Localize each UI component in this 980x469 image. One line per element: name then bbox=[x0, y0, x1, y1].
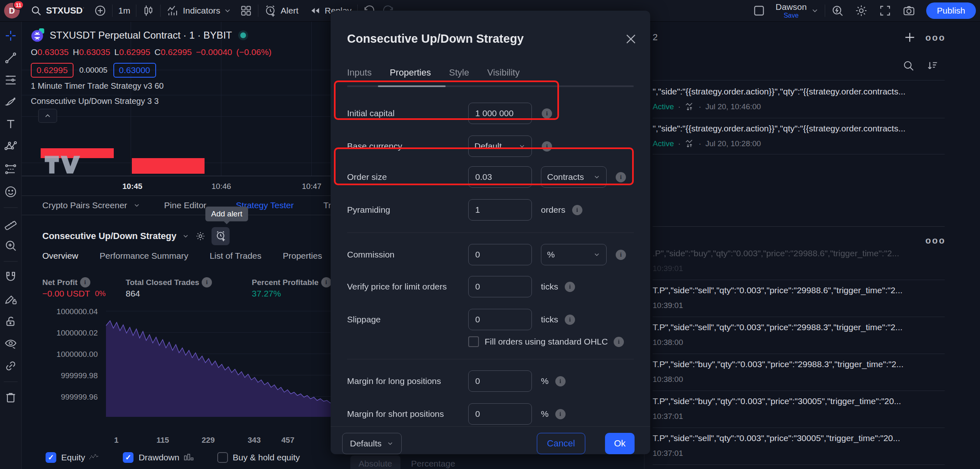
zoom-in-icon[interactable] bbox=[4, 239, 17, 252]
strategy-settings-gear-icon[interactable] bbox=[195, 231, 206, 241]
commission-input[interactable] bbox=[468, 244, 532, 265]
cancel-button[interactable]: Cancel bbox=[537, 433, 585, 454]
indicators-button[interactable]: Indicators bbox=[166, 5, 232, 17]
log-more-icon[interactable]: ooo bbox=[925, 235, 945, 246]
alert-status: Active bbox=[653, 102, 674, 111]
info-icon[interactable]: i bbox=[616, 250, 626, 260]
order-size-unit-select[interactable]: Contracts bbox=[541, 166, 607, 188]
candle-bar[interactable] bbox=[132, 158, 205, 174]
mode-percentage-button[interactable]: Percentage bbox=[411, 459, 455, 469]
indicator-templates-icon[interactable] bbox=[240, 5, 252, 17]
alerts-panel: 2 ooo ","side":"{{strategy.order.action}… bbox=[644, 22, 948, 469]
info-icon[interactable]: i bbox=[572, 205, 582, 215]
slippage-input[interactable] bbox=[468, 309, 532, 330]
hide-drawings-icon[interactable] bbox=[4, 337, 17, 350]
tester-tab-trades[interactable]: List of Trades bbox=[209, 251, 261, 261]
equity-drawdown-area-chart[interactable] bbox=[106, 302, 336, 417]
quick-search-icon[interactable] bbox=[831, 4, 844, 17]
add-symbol-icon[interactable] bbox=[94, 5, 106, 17]
publish-button[interactable]: Publish bbox=[926, 2, 976, 19]
chart-style-icon[interactable] bbox=[142, 5, 154, 17]
interval-button[interactable]: 1m bbox=[118, 6, 130, 16]
chevron-down-icon[interactable] bbox=[182, 232, 189, 240]
tester-tab-performance[interactable]: Performance Summary bbox=[100, 251, 189, 261]
settings-gear-icon[interactable] bbox=[855, 4, 868, 17]
tester-tab-overview[interactable]: Overview bbox=[42, 251, 78, 261]
info-icon[interactable]: i bbox=[80, 277, 90, 287]
lock-icon[interactable] bbox=[4, 315, 17, 328]
alerts-sort-icon[interactable] bbox=[926, 60, 939, 72]
dialog-tab-properties[interactable]: Properties bbox=[390, 67, 431, 78]
initial-capital-input[interactable] bbox=[468, 103, 532, 124]
layout-icon[interactable] bbox=[752, 4, 766, 17]
drawing-lock-icon[interactable] bbox=[4, 293, 17, 306]
prediction-tool-icon[interactable] bbox=[4, 162, 18, 176]
drawdown-checkbox[interactable] bbox=[123, 452, 133, 463]
ruler-icon[interactable] bbox=[4, 217, 17, 230]
pyramiding-input[interactable] bbox=[468, 199, 532, 221]
user-avatar[interactable]: D 11 bbox=[4, 3, 20, 18]
tester-tab-properties[interactable]: Properties bbox=[283, 251, 322, 261]
trend-line-icon[interactable] bbox=[4, 51, 17, 64]
buy-hold-checkbox[interactable] bbox=[217, 452, 228, 463]
dialog-tab-style[interactable]: Style bbox=[449, 67, 469, 78]
info-icon[interactable]: i bbox=[202, 277, 212, 287]
mode-absolute-button[interactable]: Absolute bbox=[350, 455, 400, 469]
info-icon[interactable]: i bbox=[542, 141, 552, 152]
add-alert-button[interactable] bbox=[212, 227, 230, 245]
info-icon[interactable]: i bbox=[616, 172, 626, 182]
fullscreen-icon[interactable] bbox=[879, 4, 892, 17]
market-status-dot[interactable] bbox=[240, 32, 246, 38]
fill-ohlc-checkbox[interactable] bbox=[468, 336, 479, 347]
info-icon[interactable]: i bbox=[542, 108, 552, 119]
trash-icon[interactable] bbox=[4, 391, 17, 404]
crosshair-icon[interactable] bbox=[4, 29, 17, 42]
snapshot-camera-icon[interactable] bbox=[902, 4, 916, 17]
info-icon[interactable]: i bbox=[321, 277, 331, 287]
magnet-icon[interactable] bbox=[4, 271, 17, 284]
info-icon[interactable]: i bbox=[565, 282, 575, 292]
link-icon[interactable] bbox=[4, 359, 17, 372]
tester-strategy-title[interactable]: Consecutive Up/Down Strategy bbox=[42, 231, 176, 241]
save-link[interactable]: Save bbox=[775, 12, 807, 19]
layout-name-save[interactable]: Dawson Save bbox=[775, 2, 807, 19]
info-icon[interactable]: i bbox=[555, 376, 566, 386]
info-icon[interactable]: i bbox=[614, 337, 624, 347]
overlay-strategy-2[interactable]: Consecutive Up/Down Strategy 3 3 bbox=[31, 97, 159, 106]
overlay-strategy-1[interactable]: 1 Minute Timer Trade Strategy v3 60 bbox=[31, 81, 164, 91]
verify-price-input[interactable] bbox=[468, 276, 532, 297]
tab-pine-editor[interactable]: Pine Editor bbox=[164, 200, 207, 210]
alert-text: ","side":"{{strategy.order.action}}","qt… bbox=[653, 87, 945, 97]
ok-button[interactable]: Ok bbox=[605, 433, 635, 454]
bid-box[interactable]: 0.62995 bbox=[31, 63, 74, 78]
alerts-more-icon[interactable]: ooo bbox=[925, 32, 945, 43]
brush-icon[interactable] bbox=[4, 96, 17, 109]
create-alert-plus-icon[interactable] bbox=[903, 31, 916, 44]
ask-box[interactable]: 0.63000 bbox=[113, 63, 156, 78]
text-tool-icon[interactable] bbox=[5, 118, 17, 130]
collapse-overlays-button[interactable] bbox=[38, 109, 57, 123]
emoji-icon[interactable] bbox=[4, 185, 17, 198]
defaults-button[interactable]: Defaults bbox=[342, 433, 402, 454]
symbol-search[interactable]: STXUSD ˙ bbox=[30, 5, 85, 16]
pattern-xabcd-icon[interactable] bbox=[4, 139, 18, 153]
dialog-tab-inputs[interactable]: Inputs bbox=[347, 67, 372, 78]
order-size-input[interactable] bbox=[468, 166, 532, 188]
info-icon[interactable]: i bbox=[555, 409, 566, 419]
alerts-search-icon[interactable] bbox=[902, 60, 915, 72]
fib-lines-icon[interactable] bbox=[4, 74, 17, 87]
info-icon[interactable]: i bbox=[565, 315, 575, 325]
margin-long-input[interactable] bbox=[468, 370, 532, 392]
tab-crypto-pairs-screener[interactable]: Crypto Pairs Screener bbox=[42, 200, 127, 210]
commission-unit-select[interactable]: % bbox=[541, 244, 607, 265]
base-currency-select[interactable]: Default bbox=[468, 136, 532, 157]
margin-short-input[interactable] bbox=[468, 403, 532, 425]
dialog-tab-visibility[interactable]: Visibility bbox=[487, 67, 520, 78]
symbol-title[interactable]: STXUSDT Perpetual Contract · 1 · BYBIT bbox=[50, 30, 232, 41]
equity-checkbox[interactable] bbox=[46, 452, 56, 463]
y-axis-label: 999999.98 bbox=[53, 371, 98, 380]
chevron-down-icon[interactable] bbox=[133, 202, 140, 209]
alert-button[interactable]: Alert bbox=[264, 5, 298, 17]
chevron-down-icon[interactable] bbox=[811, 7, 819, 15]
close-icon[interactable] bbox=[624, 32, 638, 46]
